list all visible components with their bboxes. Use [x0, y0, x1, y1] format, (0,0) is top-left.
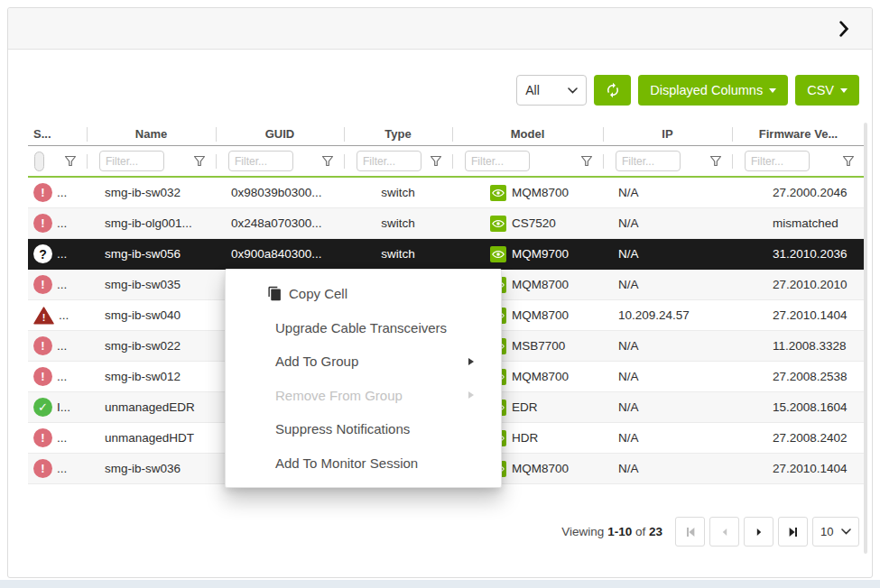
filter-input-ip[interactable] [616, 151, 681, 171]
menu-item-label: Copy Cell [289, 286, 347, 301]
column-header-model[interactable]: Model [452, 123, 603, 145]
menu-item-copy-cell[interactable]: Copy Cell [226, 277, 501, 311]
model-label: CS7520 [512, 216, 556, 230]
cell-firmware: 27.2000.2046 [732, 186, 865, 199]
cell-ip: N/A [603, 431, 732, 445]
severity-unknown-icon: ? [33, 244, 52, 263]
previous-page-icon [718, 525, 732, 539]
table-row[interactable]: !...smg-ib-sw0320x98039b0300...switchMQM… [28, 178, 865, 208]
cell-severity: ?... [28, 244, 87, 263]
nvidia-logo-icon [490, 216, 506, 232]
filter-funnel-icon [321, 155, 334, 167]
cell-guid: 0x98039b0300... [216, 186, 344, 199]
cell-model: MQM8700 [452, 185, 603, 201]
cell-name: smg-ib-sw012 [87, 370, 216, 383]
column-header-type[interactable]: Type [344, 123, 452, 145]
panel-header [8, 8, 872, 50]
menu-item-suppress-notifications[interactable]: Suppress Notifications [226, 412, 501, 446]
cell-firmware: 27.2010.1404 [732, 462, 865, 475]
cell-name: unmanagedEDR [87, 400, 216, 414]
cell-name: smg-ib-sw040 [87, 308, 216, 322]
submenu-arrow-icon [468, 358, 474, 365]
severity-error-icon: ! [33, 367, 52, 386]
nvidia-logo-icon [490, 185, 506, 201]
first-page-button[interactable] [675, 517, 705, 547]
filter-input-type[interactable] [357, 151, 421, 171]
nvidia-logo-icon [490, 246, 506, 262]
cell-guid: 0x900a840300... [216, 247, 344, 261]
cell-name: smg-ib-sw056 [87, 247, 216, 261]
cell-name: smg-ib-sw035 [87, 278, 216, 291]
menu-item-add-to-monitor-session[interactable]: Add To Monitor Session [226, 446, 501, 481]
filter-input-firmware[interactable] [745, 151, 810, 171]
filter-input-guid[interactable] [228, 151, 293, 171]
model-label: MSB7700 [512, 339, 565, 353]
severity-label: ... [57, 247, 67, 261]
column-header-guid[interactable]: GUID [216, 123, 344, 145]
viewing-status: Viewing 1-10 of 23 [561, 525, 662, 538]
filter-funnel-icon [709, 155, 722, 167]
table-row[interactable]: ?...smg-ib-sw0560x900a840300...switchMQM… [28, 239, 865, 270]
cell-firmware: mismatched [732, 216, 865, 230]
model-label: MQM8700 [512, 462, 569, 475]
displayed-columns-label: Displayed Columns [650, 83, 763, 97]
cell-firmware: 27.2008.2538 [732, 370, 865, 383]
severity-error-icon: ! [33, 459, 52, 478]
displayed-columns-button[interactable]: Displayed Columns [638, 75, 788, 106]
column-header-severity[interactable]: S... [28, 123, 87, 145]
severity-label: ... [57, 278, 67, 291]
viewing-total: 23 [649, 525, 662, 538]
group-filter-select[interactable]: All [516, 75, 587, 106]
menu-item-label: Remove From Group [275, 388, 403, 403]
filter-funnel-icon [842, 155, 855, 167]
filter-cell-model [452, 146, 603, 176]
severity-filter-input[interactable] [34, 152, 44, 171]
chevron-right-icon [838, 21, 850, 37]
csv-export-button[interactable]: CSV [795, 75, 859, 106]
pagination-bar: Viewing 1-10 of 23 10 [561, 517, 859, 547]
cell-type: switch [344, 186, 452, 199]
filter-input-model[interactable] [465, 151, 530, 171]
column-header-ip[interactable]: IP [603, 123, 732, 145]
cell-ip: 10.209.24.57 [603, 308, 732, 322]
menu-item-upgrade-cable-transceivers[interactable]: Upgrade Cable Transceivers [226, 311, 501, 345]
column-header-firmware[interactable]: Firmware Ve... [732, 123, 865, 145]
last-page-button[interactable] [778, 517, 808, 547]
filter-input-name[interactable] [99, 151, 164, 171]
group-filter-value: All [525, 83, 540, 97]
menu-item-add-to-group[interactable]: Add To Group [226, 345, 501, 379]
menu-item-label: Suppress Notifications [275, 421, 410, 436]
cell-ip: N/A [603, 278, 732, 291]
filter-funnel-icon [430, 155, 442, 167]
cell-severity: !... [28, 275, 87, 294]
cell-ip: N/A [603, 400, 732, 414]
severity-label: ... [57, 462, 67, 475]
column-header-name[interactable]: Name [87, 123, 216, 145]
cell-firmware: 11.2008.3328 [732, 339, 865, 353]
cell-firmware: 27.2010.1404 [732, 308, 865, 322]
table-row[interactable]: !...smg-ib-olg001...0x248a070300...switc… [28, 208, 865, 239]
cell-ip: N/A [603, 462, 732, 475]
devices-panel: All Displayed Columns CSV S...NameGUIDTy… [7, 7, 873, 578]
page-size-select[interactable]: 10 [812, 517, 859, 547]
vertical-scrollbar[interactable] [864, 123, 867, 554]
previous-page-button[interactable] [709, 517, 739, 547]
caret-down-icon [840, 88, 848, 93]
viewing-range: 1-10 [607, 525, 632, 538]
cell-severity: !... [28, 428, 87, 447]
severity-error-icon: ! [33, 428, 52, 447]
cell-ip: N/A [603, 247, 732, 261]
severity-error-icon: ! [33, 214, 52, 233]
chevron-down-icon [841, 528, 851, 535]
cell-severity: !... [28, 367, 87, 386]
next-page-button[interactable] [744, 517, 773, 547]
collapse-panel-button[interactable] [838, 21, 850, 37]
cell-firmware: 31.2010.2036 [732, 247, 865, 261]
cell-name: smg-ib-sw032 [87, 186, 216, 199]
severity-label: ... [57, 186, 67, 199]
refresh-button[interactable] [594, 75, 631, 106]
model-label: MQM8700 [512, 370, 569, 383]
menu-item-label: Upgrade Cable Transceivers [275, 320, 447, 335]
cell-name: smg-ib-sw036 [87, 462, 216, 475]
filter-funnel-icon [193, 155, 206, 167]
